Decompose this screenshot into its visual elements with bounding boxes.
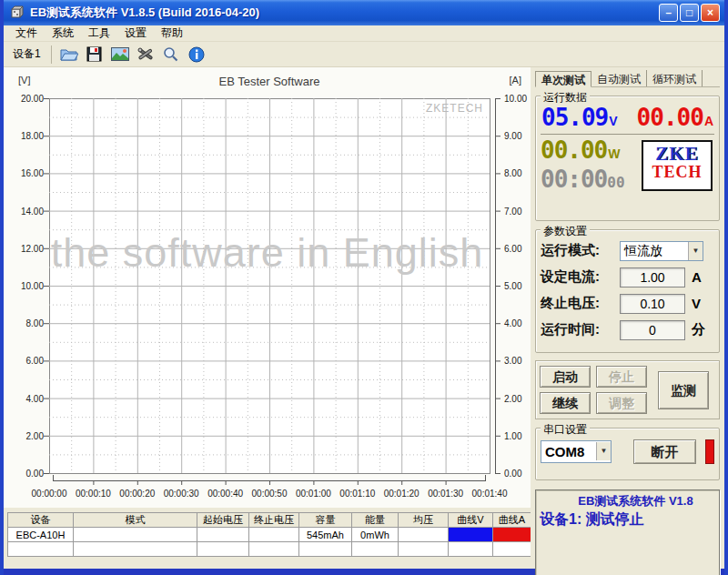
chart-plot bbox=[4, 67, 531, 508]
voltage-display: 05.09 bbox=[541, 104, 608, 131]
tools-icon bbox=[137, 47, 154, 62]
menu-item-tools[interactable]: 工具 bbox=[82, 25, 116, 42]
save-icon bbox=[86, 46, 102, 62]
table-row[interactable]: EBC-A10H545mAh0mWh bbox=[8, 528, 531, 542]
serial-group: 串口设置 COM8 ▼ 断开 bbox=[535, 428, 720, 480]
table-header-cell: 能量 bbox=[352, 513, 399, 528]
left-axis-tick-label: 18.00 bbox=[5, 131, 44, 141]
minimize-button[interactable]: － bbox=[659, 4, 678, 22]
test-mode-tabs: 单次测试自动测试循环测试 bbox=[535, 70, 720, 87]
menu-item-settings[interactable]: 设置 bbox=[118, 25, 153, 42]
disconnect-button[interactable]: 断开 bbox=[633, 439, 696, 464]
com-port-select[interactable]: COM8 ▼ bbox=[541, 440, 612, 463]
folder-icon bbox=[60, 47, 78, 62]
current-display: 00.00 bbox=[637, 104, 703, 131]
parameter-group: 参数设置 运行模式: 恒流放 ▼ 设定电流: A 终止电压: V bbox=[535, 229, 720, 353]
status-line1: EB测试系统软件 V1.8 bbox=[540, 493, 715, 509]
title-bar: EB测试系统软件 V1.8.5 (Build 2016-04-20) － □ × bbox=[4, 0, 724, 25]
adjust-button: 调整 bbox=[596, 392, 647, 414]
right-axis-tick-label: 8.00 bbox=[504, 168, 521, 178]
time-display: 00:00 bbox=[541, 166, 607, 193]
zketech-watermark: ZKETECH bbox=[426, 102, 483, 115]
table-cell bbox=[493, 528, 531, 542]
about-button[interactable] bbox=[184, 44, 209, 66]
zoom-button[interactable] bbox=[158, 44, 184, 66]
left-axis-tick-label: 20.00 bbox=[5, 94, 44, 104]
image-icon bbox=[111, 47, 129, 61]
chart-watermark: the software in English bbox=[4, 229, 531, 277]
right-axis-tick-label: 7.00 bbox=[504, 207, 521, 217]
close-button[interactable]: × bbox=[701, 4, 720, 22]
table-cell bbox=[249, 542, 299, 557]
set-current-input[interactable] bbox=[620, 267, 685, 288]
status-line2: 设备1: 测试停止 bbox=[540, 510, 715, 530]
voltage-unit: V bbox=[609, 114, 617, 128]
table-cell bbox=[449, 542, 493, 557]
cutoff-voltage-label: 终止电压: bbox=[541, 295, 617, 312]
left-axis-tick-label: 6.00 bbox=[5, 356, 44, 366]
right-axis-tick-label: 0.00 bbox=[504, 469, 521, 479]
run-mode-select[interactable]: 恒流放 ▼ bbox=[620, 241, 703, 261]
maximize-button[interactable]: □ bbox=[680, 4, 699, 22]
run-mode-label: 运行模式: bbox=[541, 242, 617, 259]
run-data-group-title: 运行数据 bbox=[541, 90, 590, 106]
table-header-cell: 曲线V bbox=[449, 513, 493, 528]
cutoff-voltage-unit: V bbox=[692, 296, 701, 311]
run-time-unit: 分 bbox=[692, 321, 705, 338]
left-axis-tick-label: 2.00 bbox=[5, 431, 44, 441]
table-header-cell: 设备 bbox=[8, 513, 74, 528]
left-axis-tick-label: 4.00 bbox=[5, 394, 44, 404]
toolbar: 设备1 bbox=[4, 42, 724, 67]
export-image-button[interactable] bbox=[107, 44, 133, 66]
start-button[interactable]: 启动 bbox=[540, 366, 591, 388]
table-cell bbox=[74, 528, 197, 542]
table-cell bbox=[493, 542, 531, 557]
power-unit: W bbox=[608, 146, 620, 161]
right-axis-unit: [A] bbox=[510, 75, 521, 86]
cutoff-voltage-input[interactable] bbox=[620, 294, 685, 314]
right-panel: 单次测试自动测试循环测试 运行数据 05.09V 00.00A 00.00W 0… bbox=[531, 67, 724, 569]
device-toolbar-button[interactable]: 设备1 bbox=[7, 44, 46, 65]
menu-bar: 文件系统工具设置帮助 bbox=[4, 25, 724, 42]
right-axis-tick-label: 2.00 bbox=[504, 394, 521, 404]
left-axis-tick-label: 0.00 bbox=[5, 469, 44, 479]
left-axis-tick-label: 10.00 bbox=[5, 281, 44, 291]
connection-status-indicator bbox=[705, 439, 714, 464]
run-mode-value: 恒流放 bbox=[621, 243, 688, 259]
tab-auto-test[interactable]: 自动测试 bbox=[592, 70, 647, 86]
save-button[interactable] bbox=[82, 44, 107, 66]
control-buttons-frame: 启动 继续 停止 调整 监测 bbox=[535, 360, 720, 419]
zketech-logo-line1: ZKE bbox=[643, 145, 711, 164]
right-axis-tick-label: 6.00 bbox=[504, 244, 521, 254]
open-file-button[interactable] bbox=[56, 44, 82, 66]
menu-item-help[interactable]: 帮助 bbox=[155, 25, 189, 42]
tools-button[interactable] bbox=[133, 44, 158, 66]
tab-single-test[interactable]: 单次测试 bbox=[535, 71, 592, 87]
table-header-cell: 容量 bbox=[299, 513, 352, 528]
right-axis-tick-label: 5.00 bbox=[504, 281, 521, 291]
left-axis-tick-label: 12.00 bbox=[5, 244, 44, 254]
menu-item-system[interactable]: 系统 bbox=[46, 25, 80, 42]
stop-button: 停止 bbox=[596, 366, 647, 388]
right-axis-tick-label: 9.00 bbox=[504, 131, 521, 141]
tab-cycle-test[interactable]: 循环测试 bbox=[647, 70, 703, 86]
zketech-logo: ZKE TECH bbox=[642, 140, 713, 191]
table-cell bbox=[399, 528, 449, 542]
resume-button[interactable]: 继续 bbox=[540, 392, 591, 414]
run-time-input[interactable] bbox=[620, 320, 685, 340]
parameter-group-title: 参数设置 bbox=[541, 224, 590, 239]
right-axis-tick-label: 3.00 bbox=[504, 356, 521, 366]
table-header-cell: 曲线A bbox=[493, 513, 531, 528]
display-separator bbox=[541, 134, 714, 135]
app-icon bbox=[9, 5, 25, 20]
chevron-down-icon[interactable]: ▼ bbox=[596, 442, 611, 460]
left-axis-tick-label: 8.00 bbox=[5, 318, 44, 328]
menu-item-file[interactable]: 文件 bbox=[9, 25, 44, 42]
window-title: EB测试系统软件 V1.8.5 (Build 2016-04-20) bbox=[30, 5, 659, 21]
chevron-down-icon[interactable]: ▼ bbox=[688, 242, 703, 260]
monitor-button[interactable]: 监测 bbox=[658, 371, 709, 409]
left-axis-tick-label: 16.00 bbox=[5, 168, 44, 178]
table-row[interactable] bbox=[8, 542, 531, 557]
table-cell bbox=[74, 542, 197, 557]
table-header-cell: 起始电压 bbox=[197, 513, 249, 528]
